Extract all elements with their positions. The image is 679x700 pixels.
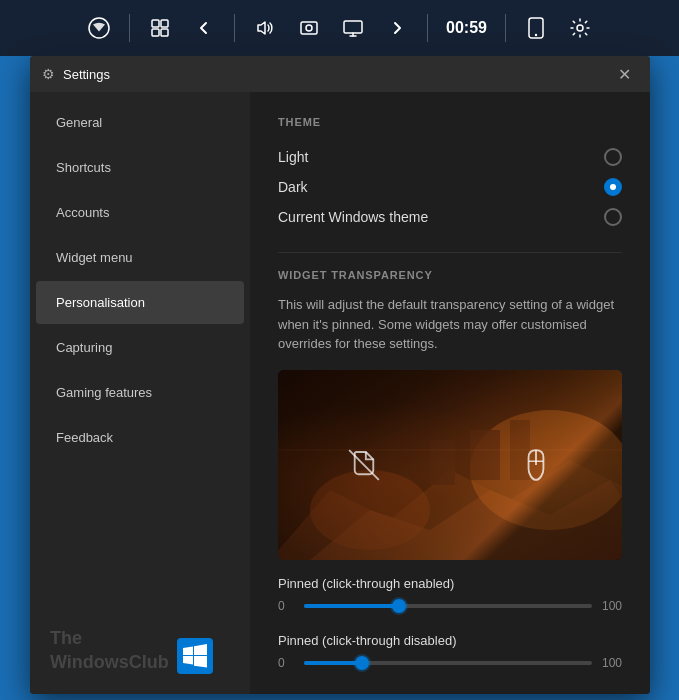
sidebar-item-gaming-features[interactable]: Gaming features: [36, 371, 244, 414]
slider2-fill: [304, 661, 362, 665]
slider-click-through-enabled: Pinned (click-through enabled) 0 100: [278, 576, 622, 613]
taskbar-settings-icon[interactable]: [562, 10, 598, 46]
slider-click-through-disabled: Pinned (click-through disabled) 0 100: [278, 633, 622, 670]
slider1-track[interactable]: [304, 604, 592, 608]
svg-rect-5: [301, 22, 317, 34]
click-through-enabled-icon: [332, 433, 396, 497]
theme-dark-radio[interactable]: [604, 178, 622, 196]
title-bar: ⚙ Settings ✕: [30, 56, 650, 92]
close-button[interactable]: ✕: [610, 60, 638, 88]
svg-rect-1: [152, 20, 159, 27]
xbox-icon[interactable]: [81, 10, 117, 46]
svg-point-9: [535, 34, 537, 36]
slider1-thumb[interactable]: [392, 599, 406, 613]
taskbar-divider-2: [234, 14, 235, 42]
settings-gear-icon: ⚙: [42, 66, 55, 82]
volume-icon[interactable]: [247, 10, 283, 46]
slider2-row: 0 100: [278, 656, 622, 670]
taskbar: 00:59: [0, 0, 679, 56]
slider2-label: Pinned (click-through disabled): [278, 633, 622, 648]
sidebar-item-widget-menu[interactable]: Widget menu: [36, 236, 244, 279]
sidebar-item-feedback[interactable]: Feedback: [36, 416, 244, 459]
theme-light-label: Light: [278, 149, 308, 165]
grid-icon[interactable]: [142, 10, 178, 46]
slider1-max: 100: [602, 599, 622, 613]
phone-icon[interactable]: [518, 10, 554, 46]
sidebar-item-personalisation[interactable]: Personalisation: [36, 281, 244, 324]
theme-windows-option[interactable]: Current Windows theme: [278, 202, 622, 232]
theme-light-radio[interactable]: [604, 148, 622, 166]
theme-section-label: THEME: [278, 116, 622, 128]
settings-window: ⚙ Settings ✕ General Shortcuts Accounts …: [30, 56, 650, 694]
slider1-row: 0 100: [278, 599, 622, 613]
slider1-label: Pinned (click-through enabled): [278, 576, 622, 591]
svg-rect-7: [344, 21, 362, 33]
slider2-max: 100: [602, 656, 622, 670]
theme-radio-group: Light Dark Current Windows theme: [278, 142, 622, 232]
sidebar-item-general[interactable]: General: [36, 101, 244, 144]
svg-line-21: [349, 450, 379, 480]
transparency-description: This will adjust the default transparenc…: [278, 295, 622, 354]
click-through-disabled-icon: [504, 433, 568, 497]
preview-overlay: [278, 370, 622, 560]
theme-dark-option[interactable]: Dark: [278, 172, 622, 202]
sidebar-item-accounts[interactable]: Accounts: [36, 191, 244, 234]
monitor-icon[interactable]: [335, 10, 371, 46]
theme-windows-radio[interactable]: [604, 208, 622, 226]
taskbar-divider-4: [505, 14, 506, 42]
slider2-thumb[interactable]: [355, 656, 369, 670]
theme-windows-label: Current Windows theme: [278, 209, 428, 225]
windows-logo-icon: [177, 638, 213, 674]
svg-rect-4: [161, 29, 168, 36]
more-icon[interactable]: [379, 10, 415, 46]
sidebar: General Shortcuts Accounts Widget menu P…: [30, 92, 250, 694]
screen-capture-icon[interactable]: [291, 10, 327, 46]
slider1-fill: [304, 604, 399, 608]
widget-preview: [278, 370, 622, 560]
main-panel: THEME Light Dark Current Windows theme: [250, 92, 650, 694]
svg-point-10: [577, 25, 583, 31]
sidebar-item-capturing[interactable]: Capturing: [36, 326, 244, 369]
back-icon[interactable]: [186, 10, 222, 46]
taskbar-divider-1: [129, 14, 130, 42]
taskbar-divider-3: [427, 14, 428, 42]
theme-dark-label: Dark: [278, 179, 308, 195]
svg-rect-3: [152, 29, 159, 36]
slider2-track[interactable]: [304, 661, 592, 665]
slider1-min: 0: [278, 599, 294, 613]
section-divider: [278, 252, 622, 253]
content-area: General Shortcuts Accounts Widget menu P…: [30, 92, 650, 694]
sidebar-item-shortcuts[interactable]: Shortcuts: [36, 146, 244, 189]
title-bar-text: Settings: [63, 67, 610, 82]
theme-light-option[interactable]: Light: [278, 142, 622, 172]
svg-rect-2: [161, 20, 168, 27]
watermark-area: TheWindowsClub: [30, 607, 250, 694]
watermark-text: TheWindowsClub: [50, 627, 169, 674]
taskbar-time: 00:59: [440, 19, 493, 37]
slider2-min: 0: [278, 656, 294, 670]
svg-point-6: [306, 25, 312, 31]
transparency-section-label: WIDGET TRANSPARENCY: [278, 269, 622, 281]
